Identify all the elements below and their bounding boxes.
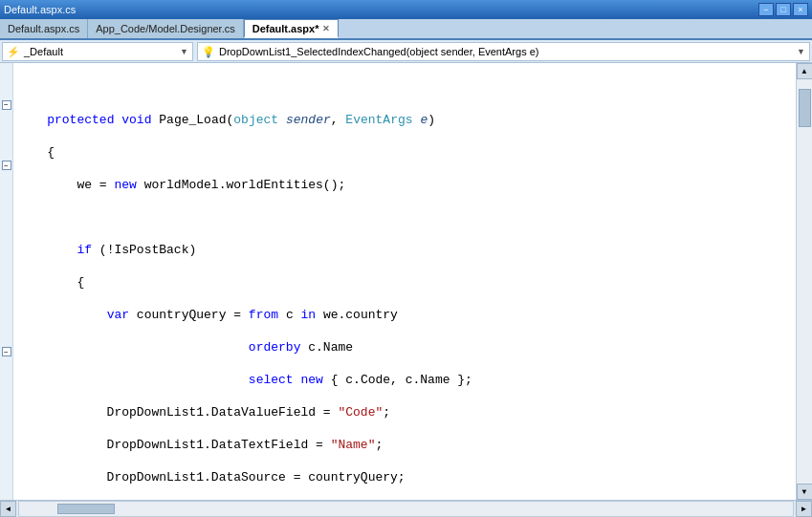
method-icon: 💡 (202, 46, 215, 58)
scroll-left-button[interactable]: ◄ (0, 501, 16, 517)
code-editor[interactable]: protected void Page_Load(object sender, … (13, 63, 796, 500)
code-line: var countryQuery = from c in we.country (17, 307, 792, 323)
window-title: Default.aspx.cs (4, 4, 76, 15)
close-button[interactable]: × (793, 3, 808, 16)
scroll-track[interactable] (797, 79, 812, 484)
code-line: DropDownList1.DataSource = countryQuery; (17, 469, 792, 485)
vertical-scrollbar[interactable]: ▲ ▼ (796, 63, 812, 500)
code-line: protected void Page_Load(object sender, … (17, 112, 792, 128)
code-line: DropDownList1.DataValueField = "Code"; (17, 404, 792, 420)
minimize-button[interactable]: − (758, 3, 774, 16)
code-line: orderby c.Name (17, 339, 792, 355)
method-dropdown[interactable]: 💡 DropDownList1_SelectedIndexChanged(obj… (197, 42, 810, 61)
class-icon: ⚡ (7, 46, 20, 58)
code-line: select new { c.Code, c.Name }; (17, 372, 792, 388)
editor-area: − − − protected void Page_Load(object se… (0, 63, 812, 500)
maximize-button[interactable]: □ (776, 3, 791, 16)
horizontal-scrollbar[interactable] (18, 501, 794, 517)
tabs-bar: Default.aspx.cs App_Code/Model.Designer.… (0, 19, 812, 40)
collapse-btn-2[interactable]: − (2, 161, 11, 170)
code-line: we = new worldModel.worldEntities(); (17, 177, 792, 193)
scroll-h-thumb[interactable] (57, 504, 115, 514)
code-line (17, 79, 792, 96)
tab-close-icon[interactable]: ✕ (322, 24, 330, 33)
code-line: DropDownList1.DataTextField = "Name"; (17, 437, 792, 453)
collapse-btn-1[interactable]: − (2, 100, 11, 110)
class-dropdown-arrow: ▼ (176, 47, 188, 56)
status-bar: ◄ ► (0, 500, 812, 517)
class-dropdown-value: _Default (24, 46, 63, 57)
class-dropdown[interactable]: ⚡ _Default ▼ (2, 42, 193, 61)
collapse-btn-3[interactable]: − (2, 347, 11, 356)
collapse-gutter: − − − (0, 63, 13, 500)
code-line: if (!IsPostBack) (17, 242, 792, 258)
title-bar: Default.aspx.cs − □ × (0, 0, 812, 19)
scroll-right-button[interactable]: ► (796, 501, 812, 517)
method-dropdown-value: DropDownList1_SelectedIndexChanged(objec… (219, 46, 538, 57)
scroll-thumb[interactable] (799, 89, 811, 127)
toolbar: ⚡ _Default ▼ 💡 DropDownList1_SelectedInd… (0, 40, 812, 63)
code-line: { (17, 274, 792, 291)
tab-app-code-model[interactable]: App_Code/Model.Designer.cs (88, 19, 244, 38)
scroll-down-button[interactable]: ▼ (797, 484, 813, 500)
code-line (17, 209, 792, 226)
tab-default-aspx[interactable]: Default.aspx* ✕ (244, 19, 340, 38)
method-dropdown-arrow: ▼ (793, 47, 805, 56)
code-line: { (17, 144, 792, 161)
scroll-up-button[interactable]: ▲ (797, 63, 813, 79)
tab-default-aspx-cs[interactable]: Default.aspx.cs (0, 19, 88, 38)
